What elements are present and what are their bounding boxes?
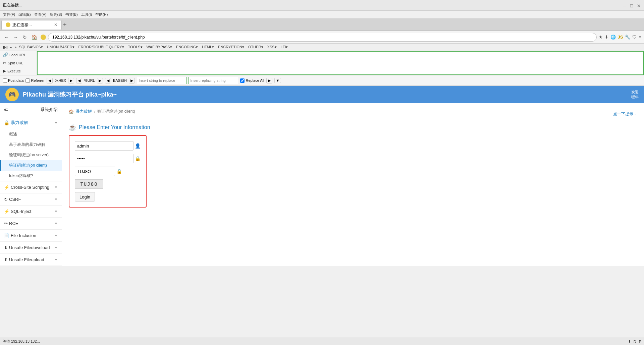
js-btn[interactable]: JS [618, 35, 623, 40]
close-button[interactable]: ✕ [637, 3, 641, 8]
menu-tools[interactable]: 工具(I) [79, 11, 94, 18]
post-data-checkbox[interactable] [3, 78, 7, 83]
address-input[interactable] [48, 33, 597, 42]
hackbar-url-area: 🔗 Load URL ✂ Split URL ▶ Execute [0, 51, 644, 75]
reload-button[interactable]: ↻ [21, 34, 28, 41]
menu-edit[interactable]: 编辑(E) [17, 11, 33, 18]
sidebar-csrf-header[interactable]: ↻ CSRF ▼ [0, 193, 62, 205]
hackbar-encryption-btn[interactable]: ENCRYPTION▾ [216, 44, 246, 50]
sidebar-file-ul-header[interactable]: ⬆ Unsafe Fileupload ▼ [0, 254, 62, 266]
hackbar-lfi-btn[interactable]: LFI▾ [279, 44, 290, 50]
post-data-check[interactable]: Post data [3, 78, 23, 83]
menu-bookmarks[interactable]: 书签(B) [64, 11, 79, 18]
referrer-check[interactable]: Referrer [25, 78, 44, 83]
captcha-code: TUJ8O [80, 181, 98, 187]
hackbar-other-btn[interactable]: OTHER▾ [247, 44, 265, 50]
sidebar: 🏷 系统介绍 🔓 暴力破解 ▼ 概述 基于表单的暴力破解 验证码绕过(on se… [0, 103, 62, 266]
hackbar-xss-btn[interactable]: XSS▾ [266, 44, 278, 50]
hackbar-sql-basics-btn[interactable]: SQL BASICS▾ [17, 44, 45, 50]
load-url-button[interactable]: 🔗 Load URL [0, 51, 37, 59]
referrer-checkbox[interactable] [25, 78, 30, 83]
user-name: 嗯年 [631, 95, 639, 100]
password-input[interactable] [75, 154, 133, 163]
overflow-btn[interactable]: ≡ [639, 35, 641, 40]
hackbar-encoding-btn[interactable]: ENCODING▾ [174, 44, 200, 50]
title-bar-right: ─ □ ✕ [622, 3, 641, 8]
replace-all-checkbox[interactable] [240, 78, 245, 83]
sidebar-item-token[interactable]: token防爆破? [0, 171, 62, 181]
sidebar-rce-header[interactable]: ✏ RCE ▼ [0, 218, 62, 229]
sidebar-item-overview[interactable]: 概述 [0, 129, 62, 139]
captcha-input[interactable] [75, 167, 115, 176]
replace-all-check[interactable]: Replace All [240, 78, 264, 83]
section-title-icon: ☕ [69, 124, 76, 131]
hackbar-int-btn[interactable]: INT [1, 45, 14, 50]
sidebar-item-form-brute[interactable]: 基于表单的暴力破解 [0, 139, 62, 150]
menu-view[interactable]: 查看(V) [33, 11, 48, 18]
hackbar-union-btn[interactable]: UNION BASED▾ [45, 44, 76, 50]
sidebar-sql-header[interactable]: ⚡ SQL-Inject ▼ [0, 206, 62, 217]
download-btn[interactable]: ⬇ [605, 35, 608, 40]
sidebar-file-dl-header[interactable]: ⬇ Unsafe Filedownload ▼ [0, 242, 62, 253]
hackbar-html-btn[interactable]: HTML▾ [200, 44, 216, 50]
hackbar-url-input[interactable] [37, 51, 644, 75]
sidebar-intro-section: 🏷 系统介绍 [0, 103, 62, 116]
menu-help[interactable]: 帮助(H) [94, 11, 109, 18]
split-url-icon: ✂ [3, 60, 6, 65]
new-tab-button[interactable]: + [63, 21, 67, 28]
minimize-button[interactable]: ─ [622, 3, 627, 8]
home-button[interactable]: 🏠 [30, 34, 39, 41]
sidebar-brute-header[interactable]: 🔓 暴力破解 ▼ [0, 116, 62, 129]
rce-chevron: ▼ [54, 222, 58, 225]
back-button[interactable]: ← [3, 34, 10, 41]
content-area: 🏷 系统介绍 🔓 暴力破解 ▼ 概述 基于表单的暴力破解 验证码绕过(on se… [0, 103, 644, 266]
forward-button[interactable]: → [12, 34, 19, 41]
globe-btn[interactable]: 🌐 [610, 35, 616, 40]
post-data-label: Post data [8, 78, 23, 82]
sidebar-brute-label: 暴力破解 [11, 120, 28, 126]
login-button[interactable]: Login [75, 192, 95, 202]
hackbar-error-btn[interactable]: ERROR/DOUBLE QUERY▾ [77, 44, 126, 50]
rce-header-content: ✏ RCE [4, 221, 18, 226]
bookmark-star[interactable]: ★ [599, 35, 603, 40]
sidebar-xss-header[interactable]: ⚡ Cross-Site Scripting ▼ [0, 181, 62, 193]
hackbar-tools-btn[interactable]: TOOLS▾ [126, 44, 144, 50]
sidebar-item-captcha-server[interactable]: 验证码绕过(on server) [0, 150, 62, 160]
intro-icon: 🏷 [4, 107, 8, 112]
breadcrumb-brute-link[interactable]: 暴力破解 [76, 109, 92, 114]
execute-icon: ▶ [3, 68, 6, 73]
arrow-left-1[interactable]: ◀ [47, 78, 53, 83]
arrow-left-2[interactable]: ◀ [76, 78, 82, 83]
menu-bar: 文件(F) 编辑(E) 查看(V) 历史(S) 书签(B) 工具(I) 帮助(H… [0, 11, 644, 19]
hackbar-waf-btn[interactable]: WAF BYPASS▾ [145, 44, 174, 50]
arrow-left-3[interactable]: ◀ [105, 78, 111, 83]
encode-0xhex-label: 0xHEX [55, 78, 66, 82]
sql-header-content: ⚡ SQL-Inject [4, 209, 31, 214]
replace-arrow-down[interactable]: ▼ [274, 78, 281, 83]
menu-history[interactable]: 历史(S) [48, 11, 64, 18]
replace-arrow-right[interactable]: ▶ [266, 78, 272, 83]
captcha-image-row: TUJ8O [75, 179, 141, 189]
captcha-lock-icon: 🔒 [116, 169, 122, 174]
menu-file[interactable]: 文件(F) [1, 11, 17, 18]
insert-string-input[interactable] [137, 77, 186, 84]
address-bar: ← → ↻ 🏠 ★ ⬇ 🌐 JS 🔧 🛡 ≡ [0, 31, 644, 44]
hint-link[interactable]: 点一下提示→ [613, 111, 637, 117]
sidebar-item-captcha-client[interactable]: 验证码绕过(on client) [0, 160, 62, 171]
arrow-right-1[interactable]: ▶ [68, 78, 74, 83]
ext2-btn[interactable]: 🛡 [632, 35, 637, 40]
ext1-btn[interactable]: 🔧 [625, 35, 630, 40]
title-bar-left: 正在连接... [3, 2, 22, 8]
arrow-right-3[interactable]: ▶ [129, 78, 135, 83]
insert-replacing-input[interactable] [189, 77, 238, 84]
active-tab[interactable]: 正在连接... ✕ [1, 20, 62, 30]
maximize-button[interactable]: □ [629, 3, 634, 8]
execute-button[interactable]: ▶ Execute [0, 67, 37, 75]
sidebar-file-inc-header[interactable]: 📄 File Inclusion ▼ [0, 230, 62, 241]
arrow-right-2[interactable]: ▶ [97, 78, 103, 83]
split-url-button[interactable]: ✂ Split URL [0, 59, 37, 67]
tab-close-button[interactable]: ✕ [54, 22, 57, 27]
sidebar-intro-header[interactable]: 🏷 系统介绍 [0, 103, 62, 116]
ssl-icon [41, 35, 46, 40]
username-input[interactable] [75, 141, 133, 151]
